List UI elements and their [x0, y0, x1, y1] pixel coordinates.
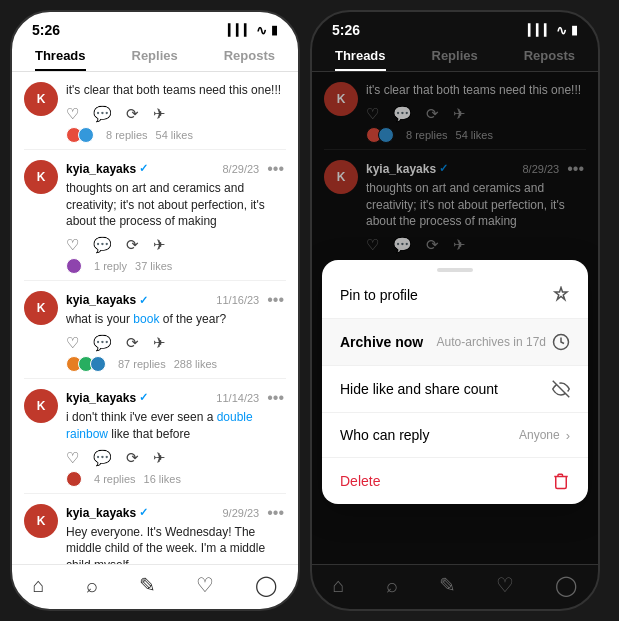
reply-count: 4 replies: [94, 473, 136, 485]
comment-icon[interactable]: 💬: [93, 236, 112, 254]
avatar: K: [24, 82, 58, 116]
menu-item-reply[interactable]: Who can reply Anyone ›: [322, 413, 588, 458]
search-nav-icon[interactable]: ⌕: [86, 574, 98, 597]
menu-item-pin[interactable]: Pin to profile: [322, 272, 588, 319]
menu-item-hide-left: Hide like and share count: [340, 381, 498, 397]
more-button[interactable]: •••: [265, 291, 286, 309]
comment-icon[interactable]: 💬: [93, 449, 112, 467]
menu-item-hide[interactable]: Hide like and share count: [322, 366, 588, 413]
compose-nav-icon[interactable]: ✎: [139, 573, 156, 597]
status-icons-right: ▎▎▎ ∿ ▮: [528, 23, 578, 38]
thread-text: what is your book of the year?: [66, 311, 286, 328]
link-word: book: [133, 312, 159, 326]
thread-date: 11/14/23: [216, 392, 259, 404]
repost-icon[interactable]: ⟳: [126, 105, 139, 123]
menu-item-reply-right: Anyone ›: [519, 428, 570, 443]
tab-reposts-right[interactable]: Reposts: [524, 48, 575, 71]
tab-threads-left[interactable]: Threads: [35, 48, 86, 71]
heart-nav-icon[interactable]: ♡: [196, 573, 214, 597]
archive-sub-label: Auto-archives in 17d: [437, 335, 546, 349]
battery-icon: ▮: [571, 23, 578, 37]
menu-item-pin-left: Pin to profile: [340, 287, 418, 303]
tab-replies-left[interactable]: Replies: [132, 48, 178, 71]
heart-nav-icon-dark[interactable]: ♡: [496, 573, 514, 597]
delete-icon: [552, 472, 570, 490]
reply-avatars: [66, 127, 94, 143]
reply-avatars: [66, 471, 82, 487]
reply-avatar: [66, 471, 82, 487]
reply-avatar: [66, 258, 82, 274]
share-icon[interactable]: ✈: [153, 236, 166, 254]
reply-avatars: [66, 258, 82, 274]
thread-header: kyia_kayaks ✓ 11/14/23 •••: [66, 389, 286, 407]
more-button[interactable]: •••: [265, 160, 286, 178]
menu-item-hide-label: Hide like and share count: [340, 381, 498, 397]
like-icon[interactable]: ♡: [66, 105, 79, 123]
home-nav-icon[interactable]: ⌂: [32, 574, 44, 597]
thread-list-right: K it's clear that both teams need this o…: [312, 72, 598, 564]
status-icons-left: ▎▎▎ ∿ ▮: [228, 23, 278, 38]
repost-icon[interactable]: ⟳: [126, 236, 139, 254]
like-icon[interactable]: ♡: [66, 334, 79, 352]
tab-threads-right[interactable]: Threads: [335, 48, 386, 71]
profile-nav-icon[interactable]: ◯: [255, 573, 277, 597]
thread-header: kyia_kayaks ✓ 9/29/23 •••: [66, 504, 286, 522]
menu-item-archive-label: Archive now: [340, 334, 423, 350]
thread-actions: ♡ 💬 ⟳ ✈: [66, 236, 286, 254]
comment-icon[interactable]: 💬: [93, 334, 112, 352]
context-menu: Pin to profile Archive now: [322, 260, 588, 504]
thread-item: K kyia_kayaks ✓ 8/29/23 ••• thoughts on …: [24, 150, 286, 281]
menu-item-delete-label: Delete: [340, 473, 380, 489]
menu-item-delete-left: Delete: [340, 473, 380, 489]
status-bar-right: 5:26 ▎▎▎ ∿ ▮: [312, 12, 598, 42]
thread-username: kyia_kayaks ✓: [66, 391, 148, 405]
verified-icon: ✓: [139, 162, 148, 175]
menu-item-pin-label: Pin to profile: [340, 287, 418, 303]
thread-stats: 87 replies 288 likes: [66, 356, 286, 372]
thread-text: Hey everyone. It's Wednesday! The middle…: [66, 524, 286, 564]
left-phone-inner: 5:26 ▎▎▎ ∿ ▮ Threads Replies Reposts K: [12, 12, 298, 609]
thread-content: kyia_kayaks ✓ 11/16/23 ••• what is your …: [66, 291, 286, 372]
menu-item-delete[interactable]: Delete: [322, 458, 588, 504]
wifi-icon: ∿: [256, 23, 267, 38]
avatar: K: [24, 160, 58, 194]
compose-nav-icon-dark[interactable]: ✎: [439, 573, 456, 597]
share-icon[interactable]: ✈: [153, 105, 166, 123]
thread-content: kyia_kayaks ✓ 8/29/23 ••• thoughts on ar…: [66, 160, 286, 274]
tab-reposts-left[interactable]: Reposts: [224, 48, 275, 71]
thread-text: it's clear that both teams need this one…: [66, 82, 286, 99]
nav-tabs-left: Threads Replies Reposts: [12, 42, 298, 72]
menu-item-archive-left: Archive now: [340, 334, 423, 350]
thread-content: kyia_kayaks ✓ 11/14/23 ••• i don't think…: [66, 389, 286, 487]
thread-username: kyia_kayaks ✓: [66, 506, 148, 520]
more-button[interactable]: •••: [265, 504, 286, 522]
avatar: K: [24, 291, 58, 325]
share-icon[interactable]: ✈: [153, 334, 166, 352]
like-icon[interactable]: ♡: [66, 449, 79, 467]
like-icon[interactable]: ♡: [66, 236, 79, 254]
like-count: 37 likes: [135, 260, 172, 272]
tab-replies-right[interactable]: Replies: [432, 48, 478, 71]
more-button[interactable]: •••: [265, 389, 286, 407]
menu-item-archive[interactable]: Archive now Auto-archives in 17d: [322, 319, 588, 366]
repost-icon[interactable]: ⟳: [126, 334, 139, 352]
menu-item-hide-right: [552, 380, 570, 398]
thread-text: thoughts on art and ceramics and creativ…: [66, 180, 286, 230]
chevron-icon: ›: [566, 428, 570, 443]
signal-icon: ▎▎▎: [528, 24, 552, 37]
profile-nav-icon-dark[interactable]: ◯: [555, 573, 577, 597]
reply-value: Anyone: [519, 428, 560, 442]
status-bar-left: 5:26 ▎▎▎ ∿ ▮: [12, 12, 298, 42]
search-nav-icon-dark[interactable]: ⌕: [386, 574, 398, 597]
link-word: double rainbow: [66, 410, 253, 441]
home-nav-icon-dark[interactable]: ⌂: [332, 574, 344, 597]
repost-icon[interactable]: ⟳: [126, 449, 139, 467]
thread-actions: ♡ 💬 ⟳ ✈: [66, 105, 286, 123]
thread-date: 8/29/23: [222, 163, 259, 175]
share-icon[interactable]: ✈: [153, 449, 166, 467]
like-count: 16 likes: [144, 473, 181, 485]
thread-username: kyia_kayaks ✓: [66, 162, 148, 176]
comment-icon[interactable]: 💬: [93, 105, 112, 123]
thread-item: K kyia_kayaks ✓ 11/16/23 ••• what is you…: [24, 281, 286, 379]
pin-icon: [552, 286, 570, 304]
